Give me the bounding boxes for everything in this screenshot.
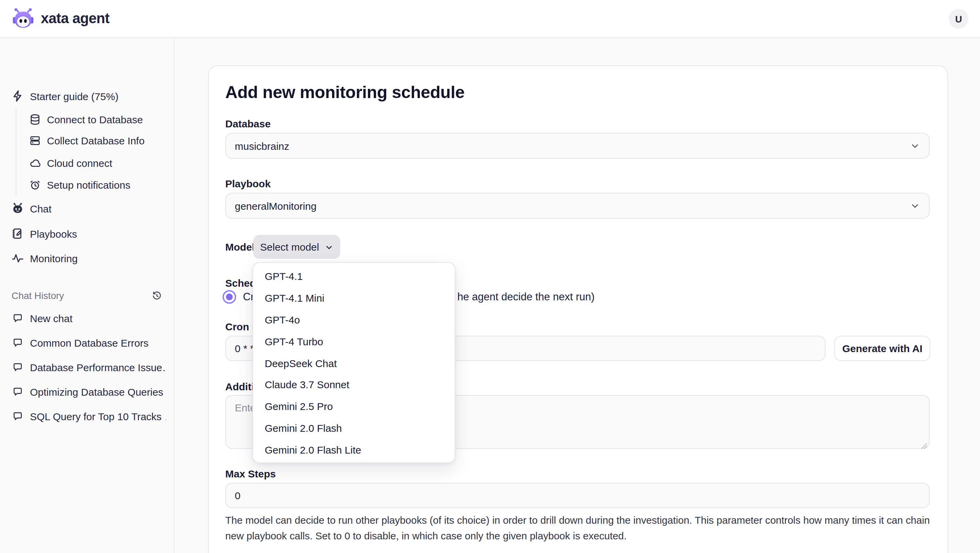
model-option-deepseek-chat[interactable]: DeepSeek Chat — [256, 352, 452, 374]
history-icon[interactable] — [152, 290, 162, 301]
sidebar-item-label: Chat — [30, 202, 51, 214]
xata-robot-logo-icon — [12, 8, 34, 29]
sidebar-item-label: Setup notifications — [47, 179, 130, 190]
robot-chat-icon — [11, 202, 24, 215]
sidebar-item-collect-database-info[interactable]: Collect Database Info — [0, 132, 173, 148]
sidebar-item-cloud-connect[interactable]: Cloud connect — [0, 155, 173, 171]
model-option-gpt-4-turbo[interactable]: GPT-4 Turbo — [256, 331, 452, 352]
max-steps-description: The model can decide to run other playbo… — [225, 513, 936, 543]
select-model-button[interactable]: Select model — [253, 235, 340, 259]
sidebar: Starter guide (75%) Connect to Database … — [0, 37, 174, 553]
database-select[interactable]: musicbrainz — [225, 133, 930, 159]
database-label: Database — [225, 117, 270, 131]
sidebar-item-playbooks[interactable]: Playbooks — [0, 225, 173, 242]
sidebar-item-connect-to-database[interactable]: Connect to Database — [0, 111, 173, 127]
chat-history-item-sql-query-top-tracks[interactable]: SQL Query for Top 10 Tracks … — [0, 408, 173, 424]
user-avatar[interactable]: U — [949, 9, 969, 29]
app-logo[interactable]: xata agent — [12, 8, 110, 29]
database-select-value: musicbrainz — [235, 140, 910, 151]
page-title: Add new monitoring schedule — [225, 83, 465, 102]
chat-history-item-optimizing-queries[interactable]: Optimizing Database Queries — [0, 383, 173, 400]
avatar-initial: U — [955, 13, 962, 24]
chat-bubble-icon — [11, 410, 24, 422]
app-name: xata agent — [41, 10, 110, 27]
cloud-icon — [29, 157, 41, 169]
sidebar-item-setup-notifications[interactable]: Setup notifications — [0, 176, 173, 193]
textarea-resize-grip[interactable] — [921, 440, 928, 447]
database-icon — [29, 113, 41, 125]
chat-history-title: Chat History — [11, 290, 64, 301]
model-option-claude-3-7-sonnet[interactable]: Claude 3.7 Sonnet — [256, 374, 452, 396]
chat-history-label: Common Database Errors — [30, 337, 148, 348]
select-model-button-label: Select model — [260, 241, 319, 253]
generate-with-ai-button[interactable]: Generate with AI — [834, 336, 930, 361]
chat-bubble-icon — [11, 312, 24, 324]
chat-bubble-icon — [11, 361, 24, 373]
chat-history-label: Database Performance Issue… — [30, 361, 166, 373]
chat-history-label: Optimizing Database Queries — [30, 386, 163, 397]
sidebar-item-label: Collect Database Info — [47, 134, 145, 146]
model-option-gpt-4-1-mini[interactable]: GPT-4.1 Mini — [256, 287, 452, 309]
chat-history-item-common-database-errors[interactable]: Common Database Errors — [0, 335, 173, 351]
chat-history-header: Chat History — [11, 289, 162, 302]
sidebar-item-monitoring[interactable]: Monitoring — [0, 250, 173, 266]
chat-history-label: New chat — [30, 312, 73, 324]
sidebar-item-label: Playbooks — [30, 228, 77, 239]
playbook-label: Playbook — [225, 177, 270, 191]
chevron-down-icon — [910, 201, 920, 211]
max-steps-label: Max Steps — [225, 467, 275, 481]
alarm-clock-icon — [29, 178, 41, 191]
sidebar-item-label: Connect to Database — [47, 113, 143, 125]
sidebar-item-starter-guide[interactable]: Starter guide (75%) — [0, 88, 173, 104]
chevron-down-icon — [910, 141, 920, 151]
model-dropdown-menu: GPT-4.1 GPT-4.1 Mini GPT-4o GPT-4 Turbo … — [253, 262, 455, 463]
sidebar-item-label: Monitoring — [30, 252, 78, 264]
sidebar-item-label: Cloud connect — [47, 157, 112, 169]
server-icon — [29, 134, 41, 147]
model-option-gemini-2-0-flash-lite[interactable]: Gemini 2.0 Flash Lite — [256, 439, 452, 461]
sidebar-item-label: Starter guide (75%) — [30, 90, 118, 102]
app-header: xata agent U — [0, 0, 980, 38]
model-option-gpt-4o[interactable]: GPT-4o — [256, 309, 452, 331]
activity-pulse-icon — [11, 252, 24, 264]
notebook-pencil-icon — [11, 228, 24, 240]
schedule-option-text-end: he agent decide the next run) — [457, 290, 595, 304]
playbook-select[interactable]: generalMonitoring — [225, 193, 930, 218]
chat-bubble-icon — [11, 386, 24, 398]
chevron-down-icon — [325, 242, 334, 251]
chat-history-item-database-performance[interactable]: Database Performance Issue… — [0, 359, 173, 375]
chat-bubble-icon — [11, 336, 24, 349]
model-option-gpt-4-1[interactable]: GPT-4.1 — [256, 266, 452, 287]
playbook-select-value: generalMonitoring — [235, 200, 910, 212]
chat-history-label: SQL Query for Top 10 Tracks … — [30, 410, 166, 422]
radio-dot — [226, 293, 233, 300]
model-option-gemini-2-5-pro[interactable]: Gemini 2.5 Pro — [256, 396, 452, 418]
schedule-radio-selected[interactable] — [223, 290, 236, 304]
model-option-gemini-2-0-flash[interactable]: Gemini 2.0 Flash — [256, 417, 452, 439]
max-steps-input[interactable] — [225, 483, 930, 508]
chat-history-item-new-chat[interactable]: New chat — [0, 310, 173, 326]
lightning-icon — [11, 90, 24, 102]
sidebar-item-chat[interactable]: Chat — [0, 200, 173, 217]
model-label: Model — [225, 241, 255, 254]
